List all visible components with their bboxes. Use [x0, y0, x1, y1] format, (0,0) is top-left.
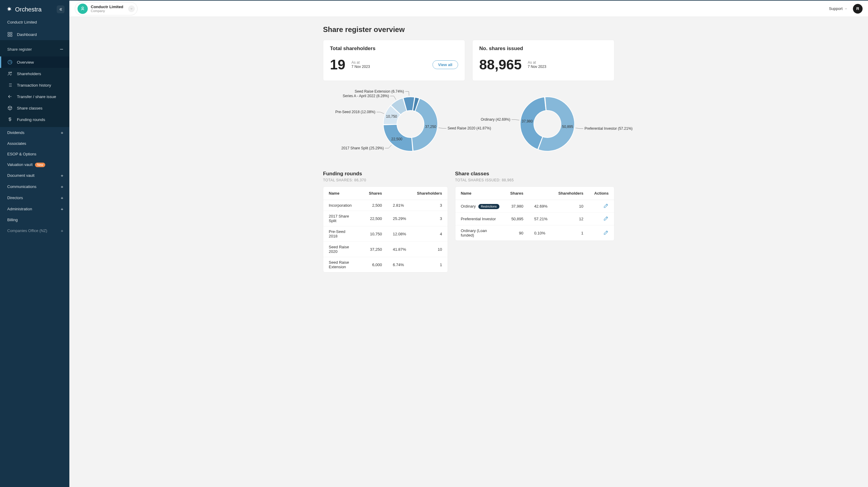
- overview-icon: [7, 59, 13, 65]
- edit-icon[interactable]: [603, 203, 609, 209]
- edit-icon[interactable]: [603, 216, 609, 221]
- svg-text:Series A - April 2022 (8.28%): Series A - April 2022 (8.28%): [343, 94, 389, 98]
- shareholders-count: 19: [330, 58, 345, 71]
- svg-text:10,750: 10,750: [386, 114, 397, 119]
- support-menu[interactable]: Support: [829, 6, 847, 11]
- table-row[interactable]: Seed Raise Extension6,0006.74%1: [323, 257, 447, 272]
- sidebar-item-billing[interactable]: Billing: [0, 215, 69, 225]
- sidebar-item-companies-office[interactable]: Companies Office (NZ)+: [0, 225, 69, 236]
- sidebar-group-share-register[interactable]: Share register −: [0, 42, 69, 56]
- sidebar: Orchestra Conductr Limited Dashboard Sha…: [0, 0, 69, 487]
- plus-icon: +: [61, 184, 63, 189]
- svg-text:2017 Share Split (25.29%): 2017 Share Split (25.29%): [341, 146, 384, 150]
- list-icon: [7, 82, 13, 88]
- plus-icon: +: [61, 228, 63, 233]
- sidebar-company: Conductr Limited: [0, 18, 69, 29]
- svg-point-6: [10, 72, 12, 73]
- table-row[interactable]: 2017 Share Split22,50025.29%3: [323, 211, 447, 226]
- cube-icon: [7, 105, 13, 111]
- sidebar-item-directors[interactable]: Directors+: [0, 192, 69, 203]
- table-row[interactable]: Ordinary (Loan funded)900.10%1: [456, 225, 614, 241]
- shares-issued-count: 88,965: [479, 58, 522, 71]
- plus-icon: +: [61, 173, 63, 178]
- sidebar-item-transfer-issue[interactable]: Transfer / share issue: [0, 91, 69, 102]
- dollar-icon: [7, 117, 13, 122]
- sidebar-item-communications[interactable]: Communications+: [0, 181, 69, 192]
- sidebar-item-funding-rounds[interactable]: Funding rounds: [0, 114, 69, 125]
- svg-text:50,895: 50,895: [562, 125, 573, 129]
- svg-rect-1: [10, 32, 12, 34]
- svg-rect-3: [10, 35, 12, 36]
- plus-icon: +: [61, 195, 63, 200]
- company-name: Conductr Limited: [91, 4, 123, 9]
- table-row[interactable]: Preferential Investor50,89557.21%12: [456, 213, 614, 225]
- sidebar-item-dividends[interactable]: Dividends+: [0, 127, 69, 138]
- sidebar-collapse-button[interactable]: [57, 5, 65, 13]
- plus-icon: +: [61, 130, 63, 135]
- svg-text:Preferential Investor (57.21%): Preferential Investor (57.21%): [585, 126, 632, 131]
- funding-rounds-table-block: Funding rounds TOTAL SHARES: 86,370 Name…: [323, 171, 448, 272]
- topbar: Conductr Limited Company Support R: [69, 0, 868, 17]
- logo-text: Orchestra: [15, 6, 42, 13]
- svg-point-5: [9, 72, 10, 73]
- table-row[interactable]: OrdinaryRestrictions37,98042.69%10: [456, 200, 614, 213]
- svg-text:Seed Raise Extension (6.74%): Seed Raise Extension (6.74%): [355, 89, 404, 94]
- company-type: Company: [91, 9, 123, 13]
- svg-text:Pre-Seed 2018 (12.08%): Pre-Seed 2018 (12.08%): [335, 110, 375, 114]
- svg-text:37,250: 37,250: [425, 125, 436, 129]
- funding-rounds-table: Name Shares Shareholders Incorporation2,…: [323, 186, 448, 272]
- sidebar-item-esop[interactable]: ESOP & Options: [0, 149, 69, 159]
- chevron-down-icon: [844, 7, 847, 10]
- people-icon: [7, 71, 13, 77]
- sidebar-item-valuation-vault[interactable]: Valuation vaultNew: [0, 159, 69, 170]
- new-badge: New: [35, 163, 45, 167]
- svg-text:37,980: 37,980: [522, 119, 533, 123]
- sidebar-item-shareholders[interactable]: Shareholders: [0, 68, 69, 79]
- dashboard-icon: [7, 32, 13, 37]
- company-switcher[interactable]: Conductr Limited Company: [75, 2, 137, 16]
- edit-icon[interactable]: [603, 230, 609, 235]
- share-classes-table: Name Shares Shareholders Actions Ordinar…: [455, 186, 614, 241]
- sidebar-item-transaction-history[interactable]: Transaction history: [0, 79, 69, 91]
- sidebar-item-share-classes[interactable]: Share classes: [0, 102, 69, 114]
- page-title: Share register overview: [323, 25, 614, 34]
- transfer-icon: [7, 94, 13, 99]
- card-shares-issued: No. shares issued 88,965 As at 7 Nov 202…: [472, 40, 614, 81]
- donut-share-classes: Preferential Investor (57.21%)50,895Ordi…: [475, 89, 620, 159]
- svg-rect-2: [8, 35, 9, 36]
- sidebar-item-administration[interactable]: Administration+: [0, 203, 69, 215]
- table-row[interactable]: Pre-Seed 201810,75012.08%4: [323, 226, 447, 242]
- logo: Orchestra: [6, 6, 42, 13]
- restrictions-badge: Restrictions: [478, 204, 499, 209]
- svg-text:22,500: 22,500: [391, 137, 402, 141]
- view-all-button[interactable]: View all: [433, 60, 458, 69]
- table-row[interactable]: Incorporation2,5002.81%3: [323, 200, 447, 211]
- sidebar-item-associates[interactable]: Associates: [0, 138, 69, 149]
- sidebar-item-document-vault[interactable]: Document vault+: [0, 170, 69, 181]
- table-row[interactable]: Seed Raise 202037,25041.87%10: [323, 242, 447, 257]
- sidebar-item-overview[interactable]: Overview: [0, 56, 69, 68]
- svg-text:Ordinary (42.69%): Ordinary (42.69%): [481, 117, 510, 122]
- company-avatar: [78, 4, 88, 14]
- svg-rect-0: [8, 32, 9, 34]
- collapse-icon: −: [60, 46, 63, 52]
- card-total-shareholders: Total shareholders 19 As at 7 Nov 2023 V…: [323, 40, 465, 81]
- share-classes-table-block: Share classes TOTAL SHARES ISSUED: 88,96…: [455, 171, 614, 272]
- chevron-down-icon: [128, 5, 135, 12]
- sidebar-item-dashboard[interactable]: Dashboard: [0, 29, 69, 40]
- plus-icon: +: [61, 206, 63, 212]
- donut-funding-rounds: Seed Raise 2020 (41.87%)37,2502017 Share…: [323, 89, 468, 159]
- user-avatar[interactable]: R: [853, 4, 863, 13]
- logo-icon: [6, 6, 13, 13]
